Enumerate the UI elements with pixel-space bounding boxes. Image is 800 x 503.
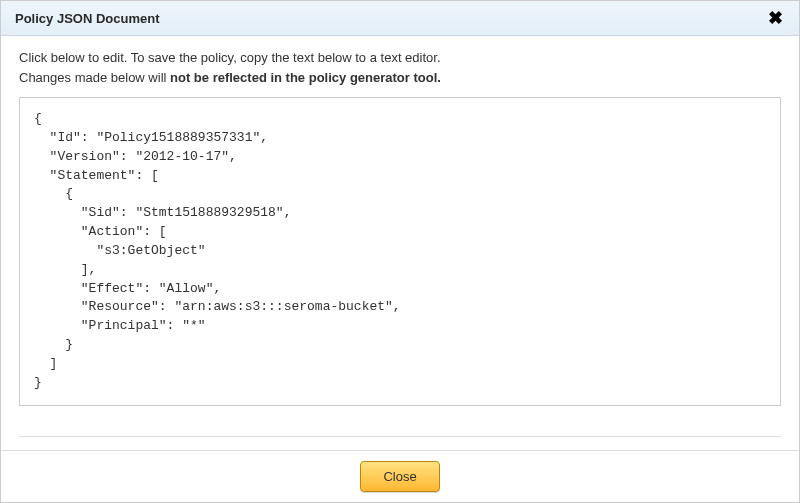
instructions-line2-bold: not be reflected in the policy generator… — [170, 70, 441, 85]
modal-body[interactable]: Click below to edit. To save the policy,… — [1, 36, 799, 450]
instructions-line1: Click below to edit. To save the policy,… — [19, 50, 441, 65]
close-button[interactable]: Close — [360, 461, 439, 492]
instructions-text: Click below to edit. To save the policy,… — [19, 48, 781, 87]
modal-title: Policy JSON Document — [15, 11, 159, 26]
instructions-line2-prefix: Changes made below will — [19, 70, 170, 85]
divider — [19, 436, 781, 437]
policy-json-modal: Policy JSON Document ✖ Click below to ed… — [0, 0, 800, 503]
modal-header: Policy JSON Document ✖ — [1, 1, 799, 36]
policy-json-editor[interactable]: { "Id": "Policy1518889357331", "Version"… — [19, 97, 781, 406]
close-icon[interactable]: ✖ — [766, 9, 785, 27]
modal-footer: Close — [1, 450, 799, 502]
disclaimer-text: This AWS Policy Generator is provided fo… — [19, 449, 781, 450]
